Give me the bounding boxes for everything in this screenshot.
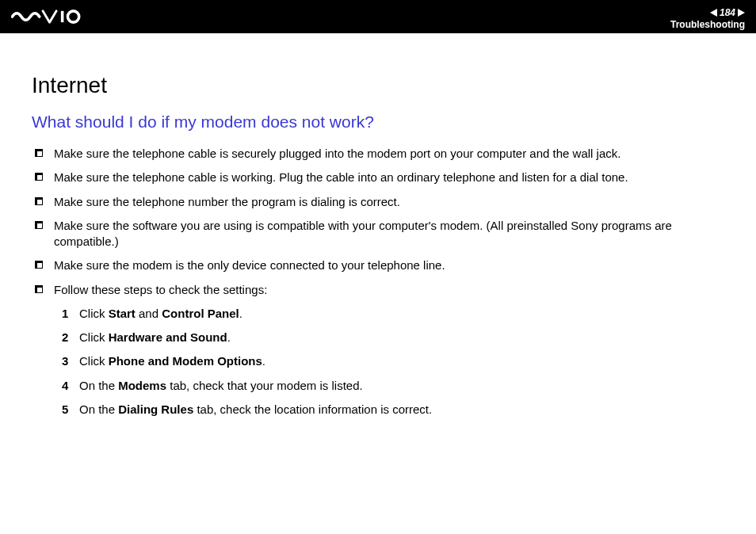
- step-number: 1: [62, 306, 79, 322]
- bullet-list: Make sure the telephone cable is securel…: [32, 146, 724, 298]
- svg-rect-0: [61, 11, 64, 22]
- bullet-marker-icon: [35, 173, 43, 181]
- bullet-marker-icon: [35, 221, 43, 229]
- bullet-text: Make sure the modem is the only device c…: [54, 257, 724, 273]
- bullet-item: Make sure the telephone cable is working…: [35, 170, 724, 185]
- step-number: 3: [62, 353, 79, 369]
- step-item: 1 Click Start and Control Panel.: [62, 306, 724, 322]
- step-text: Click Start and Control Panel.: [79, 306, 724, 322]
- bullet-marker-icon: [35, 197, 43, 205]
- page-number: 184: [720, 7, 735, 18]
- next-page-arrow-icon[interactable]: [738, 9, 745, 17]
- vaio-logo-svg: [11, 9, 90, 25]
- bullet-item: Make sure the telephone cable is securel…: [35, 146, 724, 162]
- bullet-text: Make sure the telephone cable is working…: [54, 170, 724, 185]
- section-name: Troubleshooting: [670, 19, 745, 30]
- bullet-marker-icon: [35, 149, 43, 157]
- bullet-marker-icon: [35, 261, 43, 269]
- step-number: 5: [62, 402, 79, 418]
- bullet-item: Make sure the software you are using is …: [35, 218, 724, 250]
- bullet-item: Make sure the modem is the only device c…: [35, 257, 724, 273]
- step-number: 4: [62, 378, 79, 394]
- main-heading: Internet: [32, 73, 724, 98]
- bullet-text: Make sure the telephone cable is securel…: [54, 146, 724, 162]
- step-number: 2: [62, 330, 79, 345]
- page-content: Internet What should I do if my modem do…: [0, 33, 756, 418]
- step-item: 4 On the Modems tab, check that your mod…: [62, 378, 724, 394]
- step-item: 5 On the Dialing Rules tab, check the lo…: [62, 402, 724, 418]
- vaio-logo: [11, 0, 90, 33]
- step-text: Click Hardware and Sound.: [79, 330, 724, 345]
- svg-point-1: [67, 11, 78, 22]
- page-navigation: 184: [710, 7, 745, 18]
- header-right: 184 Troubleshooting: [670, 4, 745, 30]
- step-item: 3 Click Phone and Modem Options.: [62, 353, 724, 369]
- header-bar: 184 Troubleshooting: [0, 0, 756, 33]
- step-item: 2 Click Hardware and Sound.: [62, 330, 724, 345]
- bullet-item: Follow these steps to check the settings…: [35, 282, 724, 298]
- bullet-text: Make sure the telephone number the progr…: [54, 194, 724, 210]
- step-text: Click Phone and Modem Options.: [79, 353, 724, 369]
- bullet-item: Make sure the telephone number the progr…: [35, 194, 724, 210]
- prev-page-arrow-icon[interactable]: [710, 9, 717, 17]
- bullet-text: Follow these steps to check the settings…: [54, 282, 724, 298]
- step-text: On the Dialing Rules tab, check the loca…: [79, 402, 724, 418]
- bullet-text: Make sure the software you are using is …: [54, 218, 724, 250]
- bullet-marker-icon: [35, 285, 43, 293]
- step-text: On the Modems tab, check that your modem…: [79, 378, 724, 394]
- numbered-steps: 1 Click Start and Control Panel. 2 Click…: [32, 306, 724, 418]
- sub-heading: What should I do if my modem does not wo…: [32, 113, 724, 132]
